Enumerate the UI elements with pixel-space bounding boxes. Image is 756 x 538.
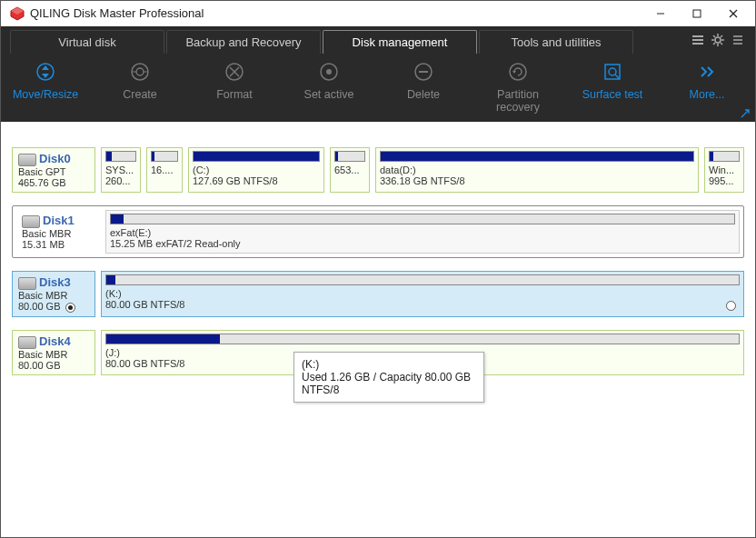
disk-header[interactable]: Disk4 Basic MBR 80.00 GB (12, 330, 95, 375)
partition-list: SYS...260... 16.... (C:)127.69 GB NTFS/8… (101, 147, 744, 193)
partition[interactable]: 653... (330, 147, 370, 193)
svg-line-15 (721, 43, 722, 45)
create-icon (129, 61, 151, 83)
svg-rect-6 (692, 35, 703, 37)
delete-button[interactable]: Delete (383, 61, 464, 101)
disk-type: Basic MBR (22, 228, 94, 239)
disk-row[interactable]: Disk1 Basic MBR 15.31 MB exFat(E:)15.25 … (12, 205, 744, 258)
disk-header[interactable]: Disk1 Basic MBR 15.31 MB (16, 210, 100, 254)
tab-label: Backup and Recovery (185, 35, 301, 49)
disk-icon (18, 154, 36, 166)
partition[interactable]: Win...995... (704, 147, 744, 193)
svg-point-9 (715, 37, 721, 43)
svg-line-14 (713, 35, 715, 37)
svg-rect-8 (692, 43, 703, 45)
more-button[interactable]: More... (666, 61, 748, 101)
partition-label: (C:) (193, 164, 320, 175)
app-logo-icon (10, 6, 25, 21)
tooltip-line: (K:) (302, 358, 476, 371)
partition-label: Win... (709, 164, 740, 175)
partition-tooltip: (K:) Used 1.26 GB / Capacity 80.00 GB NT… (293, 352, 484, 403)
disk-size: 80.00 GB (18, 301, 60, 312)
disk-row[interactable]: Disk0 Basic GPT 465.76 GB SYS...260... 1… (12, 147, 744, 193)
partition-info: 15.25 MB exFAT/2 Read-only (110, 238, 735, 249)
tooltip-line: Used 1.26 GB / Capacity 80.00 GB (302, 371, 476, 384)
partition-recovery-button[interactable]: Partition recovery (477, 61, 559, 114)
disk-name: Disk3 (39, 275, 71, 289)
minimize-button[interactable] (642, 1, 679, 26)
tool-label: Move/Resize (13, 88, 78, 101)
partition-selected[interactable]: (K:) 80.00 GB NTFS/8 (101, 271, 744, 317)
move-resize-button[interactable]: Move/Resize (5, 61, 86, 101)
partition-list: (K:) 80.00 GB NTFS/8 (101, 271, 744, 317)
format-icon (224, 61, 245, 83)
disk-header[interactable]: Disk3 Basic MBR 80.00 GB (12, 271, 95, 317)
svg-line-35 (615, 75, 619, 78)
tool-label: Partition recovery (496, 88, 540, 114)
partition-list: exFat(E:)15.25 MB exFAT/2 Read-only (105, 210, 740, 254)
svg-marker-32 (512, 71, 516, 74)
partition-info: 653... (334, 164, 365, 175)
settings-icon[interactable] (708, 26, 728, 54)
svg-point-34 (609, 68, 616, 75)
create-button[interactable]: Create (99, 61, 181, 101)
disk-name: Disk0 (39, 152, 71, 165)
tool-label: Create (123, 88, 157, 101)
tooltip-line: NTFS/8 (302, 384, 476, 396)
disk-name: Disk1 (43, 214, 75, 227)
maximize-button[interactable] (679, 1, 715, 26)
partition[interactable]: 16.... (146, 147, 183, 193)
disk-size: 80.00 GB (18, 360, 89, 371)
partition[interactable]: data(D:)336.18 GB NTFS/8 (375, 147, 699, 193)
tool-label: Set active (304, 88, 354, 101)
partition[interactable]: (C:)127.69 GB NTFS/8 (188, 147, 324, 193)
set-active-button[interactable]: Set active (288, 61, 370, 101)
radio-selected-icon[interactable] (65, 303, 75, 313)
disk-type: Basic GPT (18, 166, 89, 177)
tab-label: Disk management (353, 35, 448, 49)
partition-label: exFat(E:) (110, 227, 735, 238)
format-button[interactable]: Format (194, 61, 275, 101)
partition[interactable]: exFat(E:)15.25 MB exFAT/2 Read-only (105, 210, 740, 254)
window-title: QILING Disk Master Professional (30, 6, 642, 20)
list-view-icon[interactable] (688, 26, 708, 54)
partition-label: SYS... (105, 164, 136, 175)
main-tabs: Virtual disk Backup and Recovery Disk ma… (1, 26, 755, 54)
set-active-icon (318, 61, 340, 83)
tab-backup-recovery[interactable]: Backup and Recovery (166, 30, 321, 54)
disk-icon (18, 277, 36, 290)
recovery-icon (507, 61, 529, 83)
svg-point-31 (510, 64, 526, 80)
surface-test-button[interactable]: Surface test (572, 61, 653, 101)
disk-header[interactable]: Disk0 Basic GPT 465.76 GB (12, 147, 95, 193)
disk-icon (22, 215, 40, 228)
svg-rect-7 (692, 39, 703, 41)
svg-rect-3 (693, 10, 701, 17)
tool-label: Format (216, 88, 253, 101)
tool-label: Delete (407, 88, 440, 101)
tab-tools-utilities[interactable]: Tools and utilities (479, 30, 633, 54)
partition-label: (K:) (105, 288, 740, 299)
tab-label: Virtual disk (58, 35, 115, 49)
partition-info: 260... (105, 175, 136, 186)
move-resize-icon (35, 61, 56, 83)
tool-label: Surface test (582, 88, 643, 101)
surface-test-icon (602, 61, 623, 83)
menu-icon[interactable] (728, 26, 748, 54)
disk-size: 465.76 GB (18, 177, 89, 188)
disk-list: Disk0 Basic GPT 465.76 GB SYS...260... 1… (1, 122, 755, 537)
disk-icon (18, 336, 36, 349)
radio-unselected-icon[interactable] (726, 301, 736, 311)
delete-icon (413, 61, 434, 83)
more-icon (696, 61, 718, 83)
tab-disk-management[interactable]: Disk management (323, 30, 477, 54)
partition[interactable]: SYS...260... (101, 147, 141, 193)
partition-info: 336.18 GB NTFS/8 (380, 175, 694, 186)
disk-row-selected[interactable]: Disk3 Basic MBR 80.00 GB (K:) 80.00 GB N… (12, 271, 744, 317)
partition-info: 995... (709, 175, 740, 186)
expand-toolbar-icon[interactable] (741, 109, 750, 118)
svg-point-28 (326, 69, 332, 75)
close-button[interactable] (715, 1, 751, 26)
tab-virtual-disk[interactable]: Virtual disk (10, 30, 164, 54)
tool-label: More... (690, 88, 725, 101)
